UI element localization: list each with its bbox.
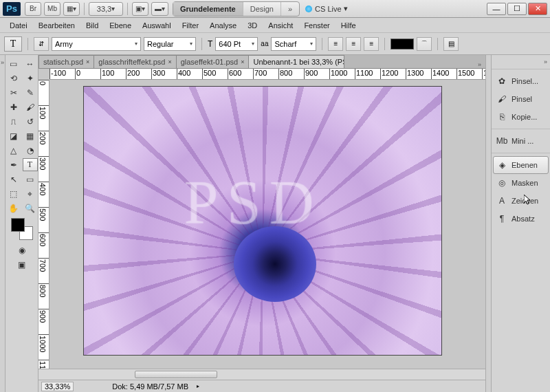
hand-tool[interactable]: ✋ <box>6 202 21 215</box>
3d-tool[interactable]: ⬚ <box>6 187 21 200</box>
arrange-button[interactable]: ▣▾ <box>132 2 148 16</box>
minimize-button[interactable]: — <box>487 3 506 15</box>
minibridge-button[interactable]: Mb <box>44 2 60 16</box>
panel-masks[interactable]: ◎Masken <box>493 174 549 192</box>
color-swatches[interactable] <box>11 218 33 240</box>
doc-tab[interactable]: statisch.psd× <box>38 55 94 68</box>
path-select-tool[interactable]: ↖ <box>6 173 21 186</box>
menu-analyse[interactable]: Analyse <box>204 20 242 31</box>
doc-tab[interactable]: glaseffekt-01.psd× <box>176 55 250 68</box>
dodge-tool[interactable]: ◔ <box>23 144 38 157</box>
text-color-swatch[interactable] <box>390 39 414 50</box>
tab-close-icon[interactable]: × <box>241 58 244 65</box>
gradient-tool[interactable]: ▦ <box>23 129 38 142</box>
foreground-swatch[interactable] <box>11 218 25 232</box>
doc-tab[interactable]: Unbenannt-1 bei 33,3% (PSD , RGB/8) *× <box>248 55 344 68</box>
size-icon: T <box>208 39 212 49</box>
app-logo: Ps <box>3 2 21 16</box>
brush-tool[interactable]: 🖌 <box>23 100 38 113</box>
align-left-button[interactable]: ≡ <box>328 37 343 51</box>
ruler-vertical[interactable]: 010020030040050060070080090010001100 <box>38 80 50 369</box>
mini-bridge-icon: Mb <box>496 135 507 146</box>
wand-tool[interactable]: ✦ <box>23 72 38 85</box>
lasso-tool[interactable]: ⟲ <box>6 72 21 85</box>
3d-camera-tool[interactable]: ⌖ <box>23 187 38 200</box>
type-tool[interactable]: T <box>23 158 38 171</box>
menu-bild[interactable]: Bild <box>80 20 104 31</box>
history-brush-tool[interactable]: ↺ <box>23 115 38 128</box>
menu-hilfe[interactable]: Hilfe <box>336 20 362 31</box>
heal-tool[interactable]: ✚ <box>6 100 21 113</box>
eraser-tool[interactable]: ◪ <box>6 129 21 142</box>
status-menu-arrow[interactable]: ▸ <box>197 383 199 389</box>
zoom-display[interactable]: 33,3 ▾ <box>89 2 123 16</box>
image-content: PSD <box>84 87 441 355</box>
orientation-toggle[interactable]: ⇵ <box>34 37 49 51</box>
zoom-tool[interactable]: 🔍 <box>23 202 38 215</box>
move-tool-alt[interactable]: ↔ <box>23 57 38 70</box>
menubar: DateiBearbeitenBildEbeneAuswahlFilterAna… <box>0 18 550 33</box>
document-tabs: statisch.psd×glasschrifteffekt.psd×glase… <box>38 55 485 69</box>
screen-mode-button[interactable]: ▬▾ <box>151 2 168 16</box>
tabs-overflow[interactable]: » <box>474 61 485 68</box>
menu-filter[interactable]: Filter <box>177 20 204 31</box>
workspace-more[interactable]: » <box>281 2 299 16</box>
status-doc: Dok: 5,49 MB/7,57 MB <box>112 382 188 391</box>
scroll-thumb[interactable] <box>135 371 217 378</box>
eyedropper-tool[interactable]: ✎ <box>23 86 38 99</box>
maximize-button[interactable]: ☐ <box>507 3 527 15</box>
menu-fenster[interactable]: Fenster <box>298 20 335 31</box>
menu-ansicht[interactable]: Ansicht <box>263 20 298 31</box>
move-tool[interactable]: ▭ <box>6 57 21 70</box>
font-family-select[interactable]: Army▾ <box>52 37 141 51</box>
bridge-button[interactable]: Br <box>25 2 41 16</box>
view-dropdown[interactable]: ▦▾ <box>63 2 80 16</box>
tab-close-icon[interactable]: × <box>86 58 89 65</box>
antialias-select[interactable]: Scharf▾ <box>271 37 316 51</box>
doc-tab[interactable]: glasschrifteffekt.psd× <box>94 55 176 68</box>
ruler-horizontal[interactable]: -100010020030040050060070080090010001100… <box>50 69 485 80</box>
menu-datei[interactable]: Datei <box>4 20 33 31</box>
canvas-viewport[interactable]: PSD <box>50 80 485 369</box>
panel-paragraph[interactable]: ¶Absatz <box>493 210 549 228</box>
character-panel-button[interactable]: ▤ <box>443 37 459 51</box>
close-button[interactable]: ✕ <box>528 3 547 15</box>
tab-close-icon[interactable]: × <box>168 58 171 65</box>
character-icon: A <box>496 195 507 206</box>
current-tool-icon[interactable]: T <box>4 36 22 52</box>
panel-brush[interactable]: 🖌Pinsel <box>493 90 549 108</box>
menu-auswahl[interactable]: Auswahl <box>137 20 177 31</box>
workspace-essentials[interactable]: Grundelemente <box>173 2 243 16</box>
workspace-switcher[interactable]: Grundelemente Design » <box>173 1 300 17</box>
panel-brush-presets[interactable]: ✿Pinsel... <box>493 72 549 90</box>
layers-icon: ◈ <box>496 160 507 171</box>
panel-clone[interactable]: ⎘Kopie... <box>493 108 549 126</box>
stamp-tool[interactable]: ⎍ <box>6 115 21 128</box>
font-style-select[interactable]: Regular▾ <box>144 37 196 51</box>
right-dock-collapse[interactable] <box>485 55 491 392</box>
scrollbar-horizontal[interactable] <box>38 369 485 380</box>
workspace-design[interactable]: Design <box>243 2 281 16</box>
canvas[interactable]: PSD <box>84 87 441 355</box>
quickmask-button[interactable]: ◉ <box>14 243 30 257</box>
shape-tool[interactable]: ▭ <box>23 173 38 186</box>
pen-tool[interactable]: ✒ <box>6 158 21 171</box>
warp-text-button[interactable]: ⌒ <box>417 37 432 51</box>
menu-bearbeiten[interactable]: Bearbeiten <box>33 20 80 31</box>
panel-mini-bridge[interactable]: MbMini ... <box>493 132 549 150</box>
align-center-button[interactable]: ≡ <box>346 37 361 51</box>
font-size-select[interactable]: 640 Pt▾ <box>215 37 258 51</box>
window-controls: — ☐ ✕ <box>485 3 547 15</box>
align-right-button[interactable]: ≡ <box>364 37 379 51</box>
status-zoom[interactable]: 33,33% <box>41 382 74 391</box>
screenmode-button[interactable]: ▣ <box>14 258 30 271</box>
panel-layers[interactable]: ◈Ebenen <box>493 156 549 174</box>
crop-tool[interactable]: ✂ <box>6 86 21 99</box>
panel-collapse-button[interactable]: » <box>492 55 550 69</box>
menu-3d[interactable]: 3D <box>242 20 263 31</box>
toolbox: ▭↔ ⟲✦ ✂✎ ✚🖌 ⎍↺ ◪▦ △◔ ✒T ↖▭ ⬚⌖ ✋🔍 ◉ ▣ <box>6 55 38 392</box>
panel-character[interactable]: AZeichen <box>493 192 549 210</box>
blur-tool[interactable]: △ <box>6 144 21 157</box>
menu-ebene[interactable]: Ebene <box>104 20 137 31</box>
cs-live-button[interactable]: CS Live ▾ <box>305 4 348 13</box>
